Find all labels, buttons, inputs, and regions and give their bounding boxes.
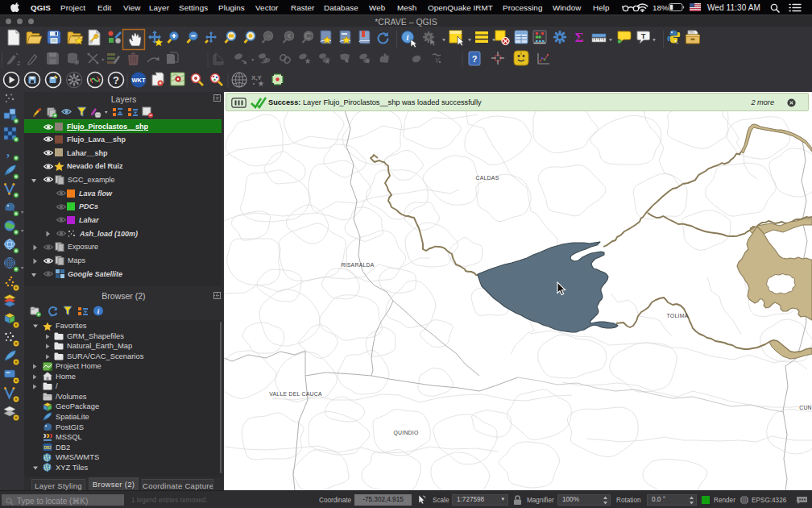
svg-text:WKT: WKT xyxy=(131,77,145,84)
svg-text:19: 19 xyxy=(266,34,271,39)
svg-text:?: ? xyxy=(113,74,119,86)
svg-text:CUN: CUN xyxy=(799,405,812,410)
svg-text:DB2: DB2 xyxy=(44,446,52,450)
svg-text:,: , xyxy=(6,145,10,159)
svg-text:RISARALDA: RISARALDA xyxy=(341,262,374,268)
svg-text:QUINDIO: QUINDIO xyxy=(393,430,418,436)
svg-text:CALDAS: CALDAS xyxy=(476,175,499,181)
svg-text:X,Y: X,Y xyxy=(251,74,263,81)
svg-text:T: T xyxy=(641,31,646,40)
svg-text:Σ: Σ xyxy=(574,30,583,45)
svg-text:VALLE DEL CAUCA: VALLE DEL CAUCA xyxy=(269,391,322,397)
svg-text:?: ? xyxy=(472,54,478,64)
svg-text:V: V xyxy=(435,56,441,65)
svg-text:i: i xyxy=(407,33,409,42)
svg-text:TOLIMA: TOLIMA xyxy=(667,313,689,319)
